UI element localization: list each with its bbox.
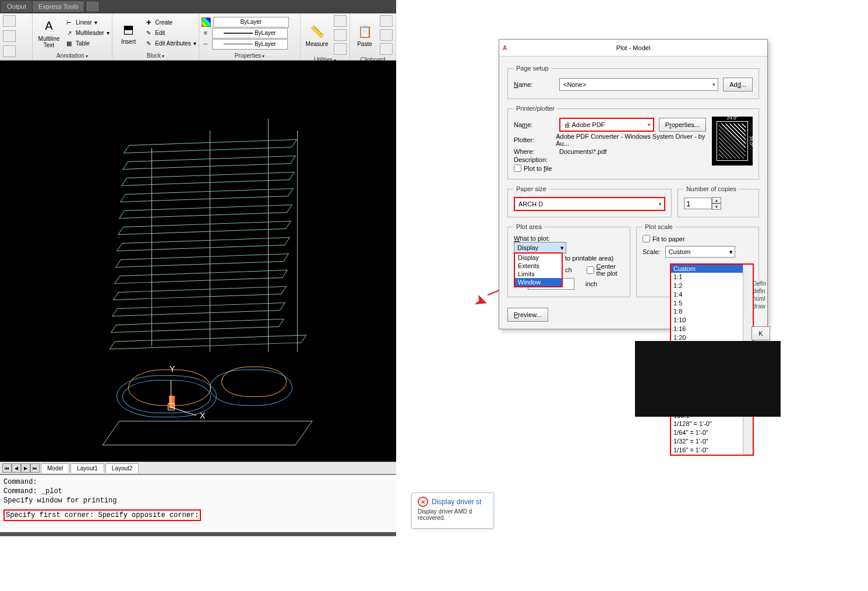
util-1[interactable] — [334, 15, 347, 27]
copies-down[interactable]: ▼ — [712, 203, 721, 210]
background-preview-strip — [635, 341, 781, 417]
ribbon: A Multiline Text ⊢Linear ▾ ↗Multileader … — [0, 13, 396, 61]
linetype-icon: ─ — [202, 40, 210, 48]
model-viewport[interactable]: Y X — [0, 61, 396, 462]
clip-1[interactable] — [380, 15, 393, 27]
printer-name-label: Name: — [514, 121, 555, 128]
tab-nav-next[interactable]: ▶ — [21, 463, 30, 473]
panel-annotation-footer[interactable]: Annotation — [57, 52, 88, 59]
clip-3[interactable] — [380, 43, 393, 55]
block-edit-button[interactable]: ✎Edit — [144, 29, 196, 38]
scale-opt[interactable]: 1:2 — [671, 282, 753, 290]
layout-tabs: ⏮ ◀ ▶ ⏭ Model Layout1 Layout2 — [0, 462, 396, 474]
color-combo[interactable]: ByLayer — [213, 17, 289, 27]
scale-opt[interactable]: 1/64" = 1'-0" — [671, 428, 753, 437]
panel-block-footer[interactable]: Block — [147, 52, 164, 59]
scale-opt[interactable]: 1:5 — [671, 299, 753, 308]
fit-to-paper-label: Fit to paper — [652, 235, 685, 242]
table-button[interactable]: ▦Table — [65, 39, 110, 48]
scale-opt[interactable]: 1/128" = 1'-0" — [671, 420, 753, 428]
linear-dim-button[interactable]: ⊢Linear ▾ — [65, 18, 110, 27]
page-name-combo[interactable]: <None>▾ — [559, 78, 718, 91]
tab-nav-prev[interactable]: ◀ — [12, 463, 21, 473]
tab-model[interactable]: Model — [41, 463, 69, 473]
tab-layout1[interactable]: Layout1 — [70, 463, 104, 473]
center-plot-checkbox[interactable] — [587, 266, 594, 274]
linetype-combo[interactable]: ByLayer — [212, 39, 288, 50]
multileader-button[interactable]: ↗Multileader ▾ — [65, 29, 110, 38]
tab-express-tools[interactable]: Express Tools — [33, 1, 84, 12]
legend-copies: Number of copies — [684, 185, 739, 192]
printable-area-text: to printable area) — [565, 255, 613, 262]
what-to-plot-combo[interactable]: Display▾ — [514, 242, 566, 254]
paste-button[interactable]: 📋 Paste — [352, 19, 377, 51]
scale-opt[interactable]: 1/16" = 1'-0" — [671, 446, 753, 455]
fit-to-paper-checkbox[interactable] — [643, 235, 650, 242]
copies-up[interactable]: ▲ — [712, 197, 721, 203]
ribbon-tabstrip: Output Express Tools — [0, 0, 396, 13]
printer-properties-button[interactable]: Properties... — [659, 118, 706, 132]
copies-input[interactable] — [684, 198, 712, 209]
scale-opt[interactable]: 1:16 — [671, 325, 753, 333]
linear-icon: ⊢ — [65, 19, 73, 27]
center-plot-label: Center the plot — [597, 263, 624, 277]
scale-combo[interactable]: Custom▾ — [665, 246, 735, 258]
color-swatch[interactable] — [202, 17, 211, 27]
opt-extents[interactable]: Extents — [515, 262, 562, 270]
measure-button[interactable]: 📏 Measure — [303, 19, 331, 51]
edit-icon: ✎ — [144, 29, 153, 37]
table-icon: ▦ — [65, 40, 73, 48]
panel-utilities: 📏 Measure Utilities — [301, 13, 350, 60]
group-printer: Printer/plotter Name: 🖨 Adobe PDF▾ Prope… — [507, 105, 759, 180]
create-icon: ✚ — [144, 19, 153, 27]
multiline-text-button[interactable]: A Multiline Text — [35, 17, 63, 50]
group-paper-size: Paper size ARCH D▾ — [507, 185, 672, 217]
panel-properties-footer[interactable]: Properties — [235, 52, 265, 59]
qtool-3[interactable] — [3, 45, 16, 57]
y-unit: inch — [585, 280, 597, 287]
scale-opt[interactable]: 1:8 — [671, 307, 753, 316]
cmd-prompt-highlight: Specify first corner: Specify opposite c… — [3, 509, 201, 521]
panel-block: ⬒ Insert ✚Create ✎Edit ✎Edit Attributes … — [112, 13, 199, 60]
opt-limits[interactable]: Limits — [515, 270, 562, 278]
scale-opt[interactable]: 1:1 — [671, 273, 753, 282]
scale-opt[interactable]: 1/32" = 1'-0" — [671, 437, 753, 446]
clip-2[interactable] — [380, 29, 393, 41]
tab-layout2[interactable]: Layout2 — [105, 463, 139, 473]
plotter-label: Plotter: — [514, 136, 551, 143]
tab-nav-last[interactable]: ⏭ — [30, 463, 40, 473]
insert-button[interactable]: ⬒ Insert — [115, 17, 142, 50]
driver-notification[interactable]: ✕Display driver st Display driver AMD dr… — [411, 492, 494, 529]
scale-opt[interactable]: 1:4 — [671, 290, 753, 299]
plot-titlebar[interactable]: A Plot - Model — [499, 40, 767, 57]
opt-window[interactable]: Window — [515, 278, 562, 286]
paper-size-combo[interactable]: ARCH D▾ — [514, 197, 665, 211]
legend-scale: Plot scale — [643, 223, 675, 230]
lineweight-combo[interactable]: ByLayer — [212, 28, 288, 38]
copies-spinner[interactable]: ▲▼ — [684, 197, 753, 210]
ok-button-fragment[interactable]: K — [751, 326, 770, 340]
qtool-1[interactable] — [3, 15, 16, 27]
printer-name-combo[interactable]: 🖨 Adobe PDF▾ — [559, 118, 654, 132]
qtool-2[interactable] — [3, 30, 16, 42]
add-page-setup-button[interactable]: Add... — [723, 78, 753, 92]
scale-opt[interactable]: 3/32" = 1'-0" — [671, 455, 753, 456]
preview-button[interactable]: Preview... — [507, 308, 548, 322]
command-window[interactable]: Command: Command: _plot Specify window f… — [0, 474, 396, 532]
edit-attributes-button[interactable]: ✎Edit Attributes ▾ — [144, 39, 196, 48]
multileader-icon: ↗ — [65, 29, 73, 37]
what-to-plot-list[interactable]: Display Extents Limits Window — [514, 252, 563, 287]
scale-opt[interactable]: 1:10 — [671, 316, 753, 325]
text-icon: A — [41, 18, 57, 34]
scale-opt-custom[interactable]: Custom — [671, 265, 753, 273]
block-create-button[interactable]: ✚Create — [144, 18, 196, 27]
attrib-icon: ✎ — [144, 40, 153, 48]
opt-display[interactable]: Display — [515, 254, 562, 262]
plot-to-file-checkbox[interactable] — [514, 164, 521, 172]
util-2[interactable] — [334, 29, 347, 41]
panel-properties: ByLayer ≡ ByLayer ─ ByLayer Properties — [199, 13, 301, 60]
new-tab-icon[interactable] — [87, 2, 98, 11]
tab-nav-first[interactable]: ⏮ — [2, 463, 12, 473]
util-3[interactable] — [334, 43, 347, 55]
tab-output[interactable]: Output — [1, 1, 33, 12]
